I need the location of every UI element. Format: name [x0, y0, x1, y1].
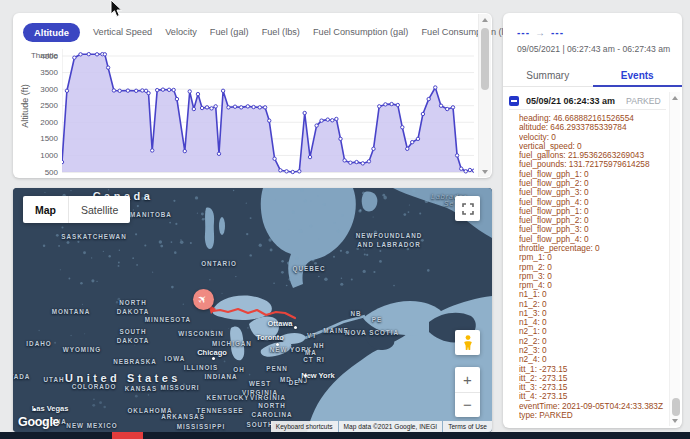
event-date: 05/09/21 06:24:33 am — [526, 96, 615, 106]
event-property: n1_3: 0 — [519, 309, 666, 318]
event-property: rpm_2: 0 — [519, 263, 666, 272]
y-tick: 3000 — [13, 85, 58, 94]
y-tick: 2000 — [13, 118, 58, 127]
event-property: fuel_flow_pph_4: 0 — [519, 235, 666, 244]
tab-summary[interactable]: Summary — [503, 65, 593, 86]
event-property: fuel_pounds: 131.72175979614258 — [519, 160, 666, 169]
route-to: --- — [551, 27, 564, 38]
mouse-cursor — [110, 0, 124, 18]
chart-panel: AltitudeVertical SpeedVelocityFuel (gal)… — [13, 13, 492, 178]
event-property: itt_3: -273.15 — [519, 383, 666, 392]
event-property: throttle_percentage: 0 — [519, 244, 666, 253]
fullscreen-icon — [462, 203, 474, 215]
event-property: fuel_flow_pph_3: 0 — [519, 225, 666, 234]
route-arrow-icon: → — [535, 27, 546, 38]
city-dot — [212, 357, 215, 360]
map-attribution: Keyboard shortcutsMap data ©2021 Google,… — [270, 421, 492, 432]
chart-scrollbar-thumb[interactable] — [481, 28, 489, 90]
terms-of-use-link[interactable]: Terms of Use — [443, 421, 492, 432]
tab-events[interactable]: Events — [593, 65, 683, 86]
event-property: fuel_flow_gph_1: 0 — [519, 170, 666, 179]
flight-datetime: 09/05/2021 | 06:27:43 am - 06:27:43 am — [517, 44, 670, 54]
map-type-control: Map Satellite — [23, 196, 130, 223]
event-property: altitude: 646.2933785339784 — [519, 123, 666, 132]
plane-icon: ✈ — [196, 292, 210, 306]
chart-tab-fuel-lbs[interactable]: Fuel (lbs) — [262, 27, 300, 37]
city-dot — [304, 374, 307, 377]
event-property: n1_1: 0 — [519, 290, 666, 299]
city-dot — [294, 326, 297, 329]
detail-tabs: Summary Events — [503, 65, 682, 87]
altitude-chart — [62, 49, 474, 177]
zoom-in-button[interactable]: + — [455, 367, 480, 393]
zoom-control: + − — [455, 367, 480, 417]
map-panel[interactable]: CanadaUnited StatesMANITOBASASKATCHEWANO… — [13, 188, 492, 432]
pegman-icon — [462, 335, 474, 351]
event-property: itt_1: -273.15 — [519, 365, 666, 374]
event-property: itt_2: -273.15 — [519, 374, 666, 383]
chart-tab-velocity[interactable]: Velocity — [165, 27, 197, 37]
y-tick: 2500 — [13, 101, 58, 110]
city-dot — [33, 408, 36, 411]
event-property: n2_2: 0 — [519, 337, 666, 346]
keyboard-shortcuts-link[interactable]: Keyboard shortcuts — [271, 421, 338, 432]
y-tick: 1000 — [13, 151, 58, 160]
events-scrollbar[interactable] — [669, 92, 680, 426]
event-properties: heading: 46.668882161526554altitude: 646… — [519, 114, 666, 420]
fullscreen-button[interactable] — [455, 196, 480, 221]
chart-scrollbar[interactable] — [478, 14, 491, 177]
chart-tab-vertical-speed[interactable]: Vertical Speed — [93, 27, 152, 37]
event-property: rpm_3: 0 — [519, 272, 666, 281]
y-tick: 1500 — [13, 134, 58, 143]
event-property: type: PARKED — [519, 411, 666, 420]
event-property: fuel_flow_pph_1: 0 — [519, 207, 666, 216]
event-row[interactable]: 05/09/21 06:24:33 am PARKED — [509, 92, 666, 110]
pegman-control[interactable] — [455, 330, 480, 355]
event-property: fuel_flow_gph_2: 0 — [519, 179, 666, 188]
event-property: fuel_flow_pph_2: 0 — [519, 216, 666, 225]
event-property: n2_3: 0 — [519, 346, 666, 355]
bottom-bar-red-segment — [112, 432, 143, 439]
events-scrollbar-thumb[interactable] — [672, 398, 680, 416]
event-property: rpm_4: 0 — [519, 281, 666, 290]
scroll-up-icon[interactable] — [479, 14, 491, 25]
event-property: heading: 46.668882161526554 — [519, 114, 666, 123]
event-property: n1_2: 0 — [519, 300, 666, 309]
city-dot — [276, 343, 279, 346]
y-tick: 4000 — [13, 52, 58, 61]
event-type-badge: PARKED — [626, 96, 661, 106]
satellite-button[interactable]: Satellite — [68, 196, 130, 223]
scroll-down-icon[interactable] — [670, 415, 680, 426]
event-collapse-icon[interactable] — [509, 96, 519, 106]
event-property: fuel_flow_gph_4: 0 — [519, 198, 666, 207]
event-property: rpm_1: 0 — [519, 253, 666, 262]
plane-marker[interactable]: ✈ — [193, 289, 214, 310]
scroll-down-icon[interactable] — [479, 166, 491, 177]
map-button[interactable]: Map — [23, 196, 68, 223]
route-from: --- — [517, 27, 530, 38]
event-property: n2_1: 0 — [519, 327, 666, 336]
y-tick: 500 — [13, 168, 58, 177]
event-property: eventTime: 2021-09-05T04:24:33.383Z — [519, 402, 666, 411]
scroll-up-icon[interactable] — [670, 92, 680, 103]
chart-tab-fuel-gal[interactable]: Fuel (gal) — [210, 27, 249, 37]
event-property: itt_4: -273.15 — [519, 392, 666, 401]
flight-detail-panel: ---→--- 09/05/2021 | 06:27:43 am - 06:27… — [503, 13, 682, 428]
y-tick: 3500 — [13, 68, 58, 77]
chart-tabs: AltitudeVertical SpeedVelocityFuel (gal)… — [23, 20, 474, 44]
map-canvas[interactable] — [13, 188, 492, 432]
google-logo: Google — [18, 415, 59, 429]
route-summary: ---→--- — [517, 27, 564, 38]
chart-tab-altitude[interactable]: Altitude — [23, 23, 80, 42]
event-property: vertical_speed: 0 — [519, 142, 666, 151]
event-property: n2_4: 0 — [519, 355, 666, 364]
event-property: fuel_gallons: 21.95362663269043 — [519, 151, 666, 160]
bottom-bar — [0, 432, 690, 439]
event-property: fuel_flow_gph_3: 0 — [519, 188, 666, 197]
event-property: velocity: 0 — [519, 133, 666, 142]
zoom-out-button[interactable]: − — [455, 393, 480, 418]
event-property: n1_4: 0 — [519, 318, 666, 327]
map-data-attribution[interactable]: Map data ©2021 Google, INEGI — [339, 421, 443, 432]
chart-tab-fuel-consumption-gal[interactable]: Fuel Consumption (gal) — [313, 27, 409, 37]
